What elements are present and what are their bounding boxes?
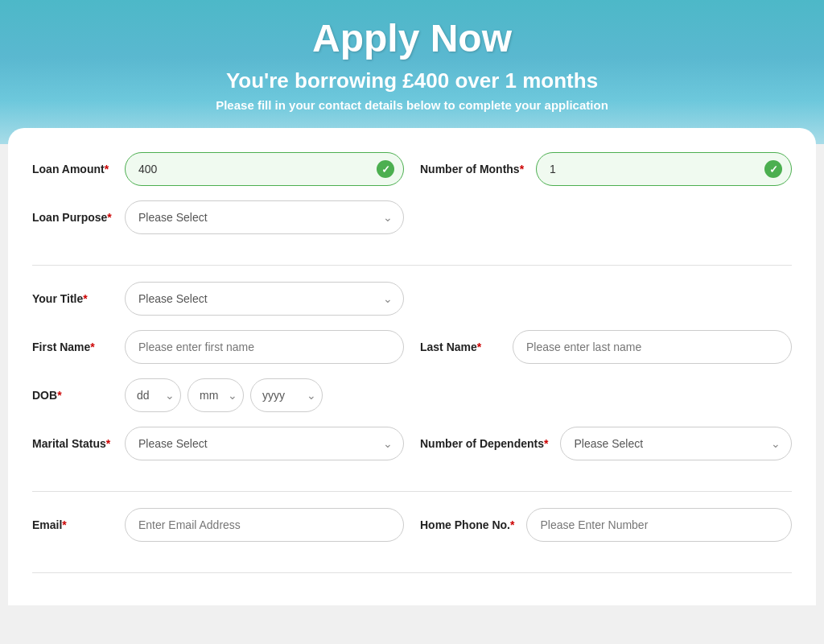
email-group: Email* [32, 508, 404, 542]
number-of-months-check-icon: ✓ [764, 160, 782, 178]
dob-dd-wrapper: dd for(let i=1;i<=31;i++) document.write… [125, 378, 181, 412]
home-phone-wrapper [526, 508, 792, 542]
number-of-dependents-label: Number of Dependents* [420, 437, 548, 450]
form-container: Loan Amount* ✓ Number of Months* ✓ [8, 128, 816, 605]
number-of-months-input[interactable] [536, 152, 792, 186]
loan-purpose-select[interactable]: Please Select [125, 200, 404, 234]
dob-row: DOB* dd for(let i=1;i<=31;i++) document.… [32, 378, 792, 412]
number-of-dependents-select-wrapper: Please Select 0 1 2 3 4+ ⌄ [560, 427, 792, 460]
loan-purpose-label: Loan Purpose* [32, 211, 113, 224]
loan-purpose-select-wrapper: Please Select ⌄ [125, 200, 404, 234]
number-of-dependents-select[interactable]: Please Select 0 1 2 3 4+ [560, 427, 792, 460]
loan-amount-wrapper: ✓ [125, 152, 404, 186]
number-of-dependents-group: Number of Dependents* Please Select 0 1 … [420, 427, 792, 460]
header-subtitle: You're borrowing £400 over 1 months [0, 68, 824, 93]
dob-mm-wrapper: mm for(let i=1;i<=12;i++) document.write… [187, 378, 244, 412]
your-title-select-wrapper: Please Select Mr Mrs Miss Ms Dr ⌄ [125, 282, 404, 316]
first-name-group: First Name* [32, 330, 404, 364]
last-name-label: Last Name* [420, 341, 501, 353]
number-of-months-label: Number of Months* [420, 163, 524, 175]
first-name-wrapper [125, 330, 404, 364]
number-of-months-wrapper: ✓ [536, 152, 792, 186]
name-row: First Name* Last Name* [32, 330, 792, 364]
loan-section: Loan Amount* ✓ Number of Months* ✓ [32, 152, 792, 266]
dob-label: DOB* [32, 389, 113, 402]
loan-amounts-row: Loan Amount* ✓ Number of Months* ✓ [32, 152, 792, 186]
header-description: Please fill in your contact details belo… [0, 98, 824, 112]
email-wrapper [125, 508, 404, 542]
marital-row: Marital Status* Please Select Single Mar… [32, 427, 792, 460]
marital-status-group: Marital Status* Please Select Single Mar… [32, 427, 404, 460]
home-phone-input[interactable] [526, 508, 792, 542]
title-row: Your Title* Please Select Mr Mrs Miss Ms… [32, 282, 792, 316]
email-label: Email* [32, 518, 113, 531]
dob-group: DOB* dd for(let i=1;i<=31;i++) document.… [32, 378, 404, 412]
dob-selects: dd for(let i=1;i<=31;i++) document.write… [125, 378, 404, 412]
dob-yyyy-wrapper: yyyy for(let y=2024;y>=1920;y--) documen… [250, 378, 323, 412]
loan-amount-input[interactable] [125, 152, 404, 186]
loan-amount-check-icon: ✓ [377, 160, 394, 178]
personal-section: Your Title* Please Select Mr Mrs Miss Ms… [32, 282, 792, 492]
page-title: Apply Now [0, 16, 824, 60]
marital-status-select-wrapper: Please Select Single Married Divorced Wi… [125, 427, 404, 460]
marital-status-select[interactable]: Please Select Single Married Divorced Wi… [125, 427, 404, 460]
first-name-label: First Name* [32, 341, 113, 353]
loan-amount-label: Loan Amount* [32, 163, 113, 175]
loan-purpose-group: Loan Purpose* Please Select ⌄ [32, 200, 404, 234]
last-name-group: Last Name* [420, 330, 792, 364]
number-of-months-group: Number of Months* ✓ [420, 152, 792, 186]
your-title-select[interactable]: Please Select Mr Mrs Miss Ms Dr [125, 282, 404, 316]
last-name-input[interactable] [513, 330, 792, 364]
contact-row: Email* Home Phone No.* [32, 508, 792, 542]
dob-yyyy-select[interactable]: yyyy for(let y=2024;y>=1920;y--) documen… [250, 378, 323, 412]
loan-amount-group: Loan Amount* ✓ [32, 152, 404, 186]
dob-mm-select[interactable]: mm for(let i=1;i<=12;i++) document.write… [187, 378, 244, 412]
home-phone-group: Home Phone No.* [420, 508, 792, 542]
email-input[interactable] [125, 508, 404, 542]
contact-section: Email* Home Phone No.* [32, 508, 792, 573]
loan-purpose-row: Loan Purpose* Please Select ⌄ [32, 200, 792, 234]
home-phone-label: Home Phone No.* [420, 518, 514, 531]
your-title-label: Your Title* [32, 292, 113, 305]
marital-status-label: Marital Status* [32, 437, 113, 450]
header: Apply Now You're borrowing £400 over 1 m… [0, 0, 824, 144]
your-title-group: Your Title* Please Select Mr Mrs Miss Ms… [32, 282, 404, 316]
last-name-wrapper [513, 330, 792, 364]
first-name-input[interactable] [125, 330, 404, 364]
dob-dd-select[interactable]: dd for(let i=1;i<=31;i++) document.write… [125, 378, 181, 412]
